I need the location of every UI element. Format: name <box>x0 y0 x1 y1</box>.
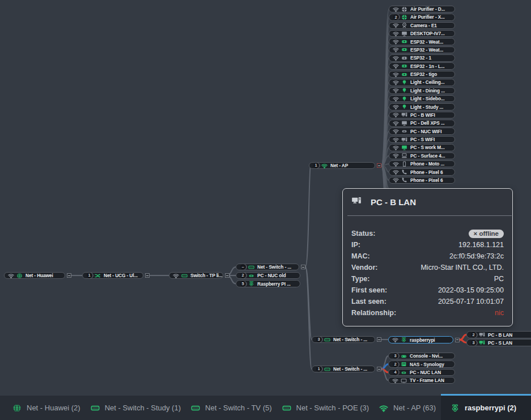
badge-slot: 1 <box>315 366 322 372</box>
device-node-raspberry-pi[interactable]: 5Raspberry PI ... <box>236 280 300 287</box>
device-node-net-huawei[interactable]: Net - Huawei <box>4 272 65 279</box>
device-label: Light - Dining ... <box>410 88 445 94</box>
device-node-light-sidebo[interactable]: Light - Sidebo... <box>389 95 455 103</box>
fan-icon <box>401 6 407 12</box>
device-label: PC - Surface 4... <box>410 153 445 159</box>
device-node-light-study[interactable]: Light - Study ... <box>389 103 455 111</box>
tab-net-switch-study-1[interactable]: Net - Switch - Study (1) <box>86 396 186 420</box>
device-node-esp32-tigo[interactable]: ESP32 - tigo <box>389 71 455 78</box>
device-label: Air Purifier - D... <box>410 6 445 12</box>
device-label: Net - UCG - Ul... <box>104 273 138 278</box>
device-node-esp32-weat[interactable]: ESP32 - Weat... <box>389 46 455 54</box>
device-node-net-ap[interactable]: 1Net - AP <box>309 162 375 169</box>
device-label: PC - NUC WIFI <box>410 129 441 134</box>
device-node-pc-nuc-old[interactable]: 2PC - NUC old <box>236 272 300 279</box>
device-node-esp32-1[interactable]: ESP32 - 1 <box>389 54 455 62</box>
collapse-toggle-button[interactable] <box>67 273 71 278</box>
collapse-toggle-button[interactable] <box>225 273 230 278</box>
popup-row-vendor: Vendor:Micro-Star INTL CO., LTD. <box>351 262 504 273</box>
device-node-desktop-iv7[interactable]: DESKTOP-IV7... <box>389 30 455 37</box>
device-node-phone-moto[interactable]: Phone - Moto ... <box>389 160 455 168</box>
device-node-pc-nuc-lan[interactable]: 4PC - NUC LAN <box>388 369 455 376</box>
tab-raspberrypi-2[interactable]: raspberrypi (2) <box>441 396 531 420</box>
popup-row-label: MAC: <box>351 252 370 260</box>
device-node-nas-synology[interactable]: 2NAS - Synology <box>388 360 455 368</box>
device-count-badge: 2 <box>393 14 399 20</box>
device-node-pc-s-work-m[interactable]: PC - S work M... <box>389 144 455 151</box>
popup-row-type: Type:PC <box>351 273 504 285</box>
badge-slot: – <box>239 264 247 270</box>
device-node-light-ceiling[interactable]: Light - Ceiling... <box>389 79 455 86</box>
desktop-icon <box>401 112 407 118</box>
popup-row-value: 2c:f0:5d:9e:73:2c <box>449 252 504 260</box>
chip-icon <box>401 39 407 45</box>
wifi-link-icon <box>392 22 400 28</box>
device-node-pc-s-lan[interactable]: 3PC - S LAN <box>466 339 531 346</box>
badge-slot: 2 <box>392 362 399 367</box>
device-node-net-switch[interactable]: 3Net - Switch - ... <box>312 336 375 343</box>
collapse-toggle-button[interactable] <box>145 273 150 278</box>
collapse-toggle-button[interactable] <box>377 163 381 168</box>
device-node-pc-surface-4[interactable]: PC - Surface 4... <box>389 152 455 160</box>
device-node-net-switch[interactable]: 1Net - Switch - ... <box>312 366 375 373</box>
fan-icon <box>401 14 407 20</box>
popup-row-value: PC <box>494 275 504 283</box>
device-node-esp32-1n-l[interactable]: ESP32 - 1n - L... <box>389 62 455 70</box>
collapse-toggle-button[interactable] <box>377 337 381 342</box>
tab-net-ap-63[interactable]: Net - AP (63) <box>374 396 441 420</box>
device-node-switch-tp-li[interactable]: Switch - TP li... <box>169 272 223 279</box>
device-label: ESP32 - tigo <box>410 71 437 77</box>
tab-net-huawei-2[interactable]: Net - Huawei (2) <box>0 396 86 420</box>
device-node-camera-e1[interactable]: Camera - E1 <box>389 22 455 29</box>
device-node-tv-frame-lan[interactable]: TV - Frame LAN <box>388 377 455 384</box>
switch-icon <box>282 404 291 413</box>
device-node-net-switch[interactable]: –Net - Switch - ... <box>236 264 299 271</box>
device-node-air-purifier-x[interactable]: 2Air Purifier - X... <box>389 14 455 21</box>
device-count-badge: 4 <box>393 370 398 375</box>
bulb-icon <box>401 96 407 102</box>
tab-net-switch-poe-3[interactable]: Net - Switch - POE (3) <box>277 396 375 420</box>
device-node-pc-s-wifi[interactable]: PC - S WIFI <box>389 136 455 143</box>
collapse-toggle-button[interactable] <box>301 265 305 269</box>
badge-slot: 1 <box>86 273 93 278</box>
device-node-phone-pixel-6[interactable]: Phone - Pixel 6 <box>389 168 455 176</box>
device-node-pc-dell-xps[interactable]: PC - Dell XPS ... <box>389 120 455 127</box>
tab-net-switch-tv-5[interactable]: Net - Switch - TV (5) <box>186 396 277 420</box>
network-topology-canvas[interactable]: PC - B LAN Status:× offlineIP:192.168.1.… <box>0 0 531 420</box>
chip-icon <box>401 71 407 78</box>
device-label: NAS - Synology <box>410 362 444 367</box>
wifi-link-icon <box>392 55 400 61</box>
device-node-air-purifier-d[interactable]: Air Purifier - D... <box>389 6 455 13</box>
device-count-badge: 2 <box>393 362 398 367</box>
device-label: Phone - Pixel 6 <box>410 169 443 175</box>
laptop-icon <box>401 152 407 159</box>
raspberry-icon <box>451 404 460 413</box>
collapse-toggle-button[interactable] <box>455 338 460 342</box>
device-label: raspberrypi <box>410 337 435 343</box>
monitor-icon <box>401 31 407 37</box>
device-node-raspberrypi[interactable]: raspberrypi <box>388 336 453 343</box>
device-count-badge: 3 <box>393 353 398 359</box>
popup-row-label: Type: <box>351 275 369 283</box>
device-node-pc-nuc-wifi[interactable]: PC - NUC WIFI <box>389 128 455 135</box>
device-node-net-ucg-ul[interactable]: 1Net - UCG - Ul... <box>82 272 143 279</box>
device-node-pc-b-wifi[interactable]: PC - B WIFI <box>389 112 455 119</box>
device-label: PC - Dell XPS ... <box>410 120 445 126</box>
popup-row-value: 2025-07-17 10:01:07 <box>438 298 504 306</box>
wifi-link-icon <box>392 145 400 151</box>
tab-label: Net - AP (63) <box>393 404 436 412</box>
device-node-phone-pixel-6[interactable]: Phone - Pixel 6 <box>389 177 455 184</box>
popup-row-label: Status: <box>351 230 375 237</box>
device-node-esp32-weat[interactable]: ESP32 - Weat... <box>389 38 455 45</box>
collapse-toggle-button[interactable] <box>377 367 381 371</box>
popup-row-label: First seen: <box>351 286 387 294</box>
tab-label: Net - Huawei (2) <box>27 404 80 412</box>
device-label: Light - Study ... <box>410 104 443 110</box>
device-node-pc-b-lan[interactable]: 2PC - B LAN <box>466 331 531 338</box>
device-node-console-nvi[interactable]: 3Console - Nvi... <box>388 353 455 360</box>
wifi-link-icon <box>392 337 399 343</box>
raspberry-icon <box>401 337 407 343</box>
device-node-light-dining[interactable]: Light - Dining ... <box>389 87 455 95</box>
wifi-link-icon <box>392 377 399 384</box>
wifi-link-icon <box>392 71 400 78</box>
